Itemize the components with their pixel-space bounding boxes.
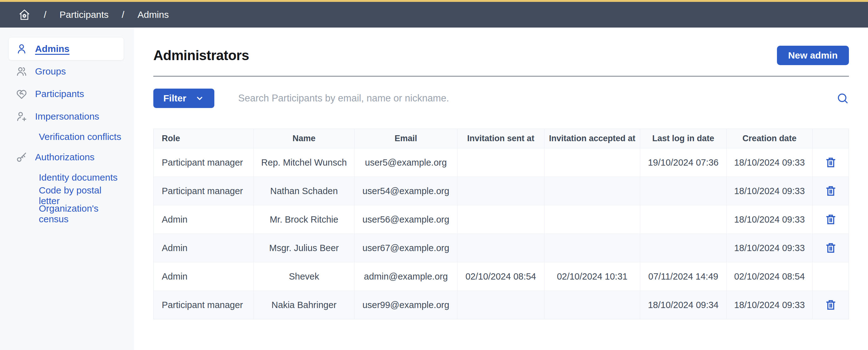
column-header-last-log-in-date: Last log in date [640,129,726,148]
cell-last-log-in-date [640,234,726,262]
table-row: Participant manager Nakia Bahringer user… [154,291,849,319]
main-content: Administrators New admin Filter [134,28,868,350]
new-admin-button[interactable]: New admin [777,46,849,65]
page-shell: Admins Groups Participants Impersonation… [0,28,868,350]
filter-search-bar: Filter [153,89,849,108]
breadcrumb-separator: / [122,9,124,20]
cell-invitation-sent-at [457,205,544,234]
column-header-invitation-sent-at: Invitation sent at [457,129,544,148]
breadcrumb-participants[interactable]: Participants [59,9,108,20]
sidebar-nav: Admins Groups Participants Impersonation… [0,28,134,350]
cell-actions [813,291,849,319]
sidebar-item-impersonations[interactable]: Impersonations [9,105,124,128]
cell-creation-date: 02/10/2024 08:54 [726,262,813,291]
cell-role: Participant manager [154,291,254,319]
cell-last-log-in-date: 07/11/2024 14:49 [640,262,726,291]
column-header-creation-date: Creation date [726,129,813,148]
table-row: Participant manager Rep. Mitchel Wunsch … [154,148,849,177]
trash-icon [825,213,837,226]
home-gear-icon [18,8,31,21]
cell-invitation-accepted-at: 02/10/2024 10:31 [544,262,640,291]
heart-handshake-icon [16,88,28,100]
cell-role: Participant manager [154,148,254,177]
sidebar-item-groups[interactable]: Groups [9,60,124,83]
sidebar-item-admins[interactable]: Admins [9,37,124,60]
cell-email: user54@example.org [354,177,458,205]
delete-admin-button[interactable] [825,213,837,226]
sidebar-item-participants[interactable]: Participants [9,83,124,105]
cell-actions [813,148,849,177]
chevron-down-icon [195,94,204,103]
column-header-role: Role [154,129,254,148]
filter-button[interactable]: Filter [153,89,214,108]
cell-creation-date: 18/10/2024 09:33 [726,205,813,234]
delete-admin-button[interactable] [825,156,837,169]
cell-role: Participant manager [154,177,254,205]
cell-name: Shevek [253,262,354,291]
title-divider [153,76,849,77]
filter-button-label: Filter [163,93,186,104]
sidebar-item-label: Organization's census [39,203,124,225]
cell-email: user5@example.org [354,148,458,177]
cell-actions [813,234,849,262]
sidebar-item-authorizations[interactable]: Authorizations [9,146,124,169]
delete-admin-button[interactable] [825,185,837,197]
table-header-row: Role Name Email Invitation sent at Invit… [154,129,849,148]
cell-name: Nakia Bahringer [253,291,354,319]
sidebar-item-label: Groups [35,66,66,77]
cell-invitation-accepted-at [544,205,640,234]
trash-icon [825,185,837,197]
page-title: Administrators [153,48,249,63]
sidebar-item-label: Authorizations [35,152,94,163]
cell-name: Mr. Brock Ritchie [253,205,354,234]
cell-name: Rep. Mitchel Wunsch [253,148,354,177]
column-header-email: Email [354,129,458,148]
cell-invitation-accepted-at [544,291,640,319]
cell-invitation-sent-at [457,234,544,262]
search-button[interactable] [836,92,849,105]
cell-last-log-in-date [640,205,726,234]
topbar: / Participants / Admins [0,0,868,28]
cell-invitation-accepted-at [544,148,640,177]
breadcrumb-admins[interactable]: Admins [137,9,169,20]
trash-icon [825,242,837,254]
cell-email: user56@example.org [354,205,458,234]
cell-name: Nathan Schaden [253,177,354,205]
cell-invitation-sent-at [457,291,544,319]
delete-admin-button[interactable] [825,242,837,254]
admins-table: Role Name Email Invitation sent at Invit… [153,129,849,319]
cell-role: Admin [154,262,254,291]
sidebar-item-organization-s-census[interactable]: Organization's census [9,205,124,223]
table-row: Admin Shevek admin@example.org 02/10/202… [154,262,849,291]
sidebar-item-code-by-postal-letter[interactable]: Code by postal letter [9,186,124,205]
sidebar-item-label: Admins [35,43,69,54]
cell-role: Admin [154,205,254,234]
sidebar-item-label: Identity documents [39,172,118,183]
sidebar-item-label: Participants [35,89,84,99]
cell-creation-date: 18/10/2024 09:33 [726,148,813,177]
table-row: Admin Msgr. Julius Beer user67@example.o… [154,234,849,262]
cell-actions [813,262,849,291]
cell-actions [813,177,849,205]
user-icon [16,43,28,55]
cell-email: user67@example.org [354,234,458,262]
search-input[interactable] [238,93,830,104]
sidebar-item-label: Impersonations [35,111,99,122]
users-icon [16,65,28,77]
cell-actions [813,205,849,234]
user-plus-icon [16,111,28,122]
cell-invitation-sent-at [457,148,544,177]
sidebar-item-identity-documents[interactable]: Identity documents [9,169,124,186]
cell-creation-date: 18/10/2024 09:33 [726,291,813,319]
cell-invitation-accepted-at [544,234,640,262]
cell-creation-date: 18/10/2024 09:33 [726,234,813,262]
column-header-actions [813,129,849,148]
sidebar-item-label: Verification conflicts [39,132,121,142]
cell-email: user99@example.org [354,291,458,319]
cell-last-log-in-date: 18/10/2024 09:34 [640,291,726,319]
column-header-name: Name [253,129,354,148]
table-row: Admin Mr. Brock Ritchie user56@example.o… [154,205,849,234]
home-button[interactable] [18,8,31,21]
sidebar-item-verification-conflicts[interactable]: Verification conflicts [9,128,124,146]
delete-admin-button[interactable] [825,299,837,311]
